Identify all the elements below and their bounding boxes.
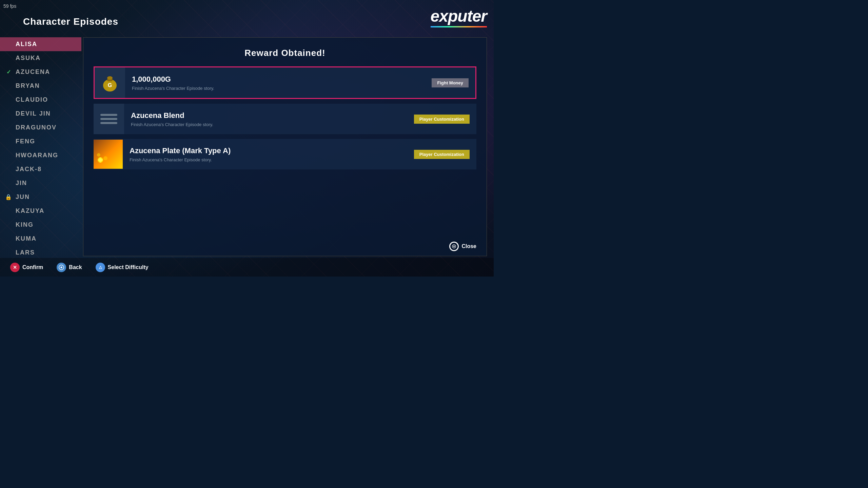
svg-point-18 xyxy=(61,266,62,268)
sidebar-label-jun: JUN xyxy=(16,194,30,201)
sidebar-label-feng: FENG xyxy=(16,138,35,145)
sidebar-label-claudio: CLAUDIO xyxy=(16,96,48,103)
sidebar-item-asuka[interactable]: ASUKA xyxy=(0,51,81,65)
back-button-icon xyxy=(57,263,66,272)
sidebar-item-alisa[interactable]: ALISA xyxy=(0,37,81,51)
logo-underline xyxy=(431,26,487,27)
reward-card-fight-money[interactable]: G 1,000,000G Finish Azucena's Character … xyxy=(94,66,476,99)
azucena-blend-name: Azucena Blend xyxy=(131,111,407,120)
sidebar-label-asuka: ASUKA xyxy=(16,55,41,62)
sidebar-item-king[interactable]: KING xyxy=(0,218,81,232)
sidebar-label-devil-jin: DEVIL JIN xyxy=(16,110,51,117)
confirm-button-icon: ✕ xyxy=(10,263,20,272)
close-button[interactable]: Close xyxy=(449,242,476,251)
sidebar-item-azucena[interactable]: ✓ AZUCENA xyxy=(0,65,81,79)
azucena-plate-name: Azucena Plate (Mark Type A) xyxy=(130,146,407,155)
azucena-blend-badge[interactable]: Player Customization xyxy=(414,115,470,124)
fight-money-name: 1,000,000G xyxy=(132,75,425,84)
page-title: Character Episodes xyxy=(23,16,118,27)
reward-title: Reward Obtained! xyxy=(94,48,476,58)
reward-card-azucena-plate[interactable]: Azucena Plate (Mark Type A) Finish Azuce… xyxy=(94,139,476,169)
close-label: Close xyxy=(461,243,476,249)
sidebar-item-dragunov[interactable]: DRAGUNOV xyxy=(0,121,81,135)
sidebar-label-king: KING xyxy=(16,221,34,228)
svg-point-2 xyxy=(107,76,113,80)
exputer-logo: exputer xyxy=(431,7,487,27)
confirm-label: Confirm xyxy=(22,264,43,270)
bottom-bar: ✕ Confirm Back △ Select Difficulty xyxy=(0,258,494,277)
confirm-action[interactable]: ✕ Confirm xyxy=(10,263,43,272)
close-circle-icon xyxy=(449,242,459,251)
fps-counter: 59 fps xyxy=(3,3,16,9)
select-difficulty-action[interactable]: △ Select Difficulty xyxy=(96,263,149,272)
svg-rect-8 xyxy=(100,122,117,124)
svg-rect-6 xyxy=(100,114,117,116)
svg-point-16 xyxy=(453,246,455,247)
character-sidebar: ALISA ASUKA ✓ AZUCENA BRYAN CLAUDIO DEVI… xyxy=(0,37,81,256)
select-difficulty-label: Select Difficulty xyxy=(108,264,149,270)
sidebar-item-jun[interactable]: 🔒 JUN xyxy=(0,190,81,204)
fight-money-badge[interactable]: Fight Money xyxy=(432,78,469,87)
lock-icon-jun: 🔒 xyxy=(5,194,12,200)
azucena-blend-content: Azucena Blend Finish Azucena's Character… xyxy=(124,107,414,131)
sidebar-item-kazuya[interactable]: KAZUYA xyxy=(0,204,81,218)
sidebar-item-claudio[interactable]: CLAUDIO xyxy=(0,93,81,107)
azucena-plate-content: Azucena Plate (Mark Type A) Finish Azuce… xyxy=(123,142,414,166)
money-bag-icon: G xyxy=(95,67,125,98)
main-panel: Reward Obtained! G 1,000,000G Finish Azu… xyxy=(83,37,487,256)
sidebar-label-lars: LARS xyxy=(16,249,35,256)
sidebar-label-kuma: KUMA xyxy=(16,235,37,242)
sidebar-item-bryan[interactable]: BRYAN xyxy=(0,79,81,93)
check-icon-azucena: ✓ xyxy=(5,69,12,75)
svg-point-12 xyxy=(97,153,100,157)
sidebar-label-jack-8: JACK-8 xyxy=(16,166,42,173)
sidebar-label-alisa: ALISA xyxy=(16,41,37,48)
fight-money-content: 1,000,000G Finish Azucena's Character Ep… xyxy=(125,71,432,95)
fight-money-desc: Finish Azucena's Character Episode story… xyxy=(132,86,425,91)
sidebar-item-lars[interactable]: LARS xyxy=(0,246,81,256)
back-action[interactable]: Back xyxy=(57,263,82,272)
sidebar-item-jin[interactable]: JIN xyxy=(0,176,81,190)
sidebar-label-dragunov: DRAGUNOV xyxy=(16,124,57,131)
blend-icon xyxy=(94,104,124,134)
sidebar-label-jin: JIN xyxy=(16,180,27,187)
reward-card-azucena-blend[interactable]: Azucena Blend Finish Azucena's Character… xyxy=(94,104,476,134)
azucena-plate-desc: Finish Azucena's Character Episode story… xyxy=(130,157,407,162)
plate-icon xyxy=(94,140,123,169)
sidebar-label-kazuya: KAZUYA xyxy=(16,207,44,215)
sidebar-label-hwoarang: HWOARANG xyxy=(16,152,58,159)
svg-text:G: G xyxy=(108,82,112,88)
sidebar-item-jack-8[interactable]: JACK-8 xyxy=(0,162,81,176)
svg-point-14 xyxy=(98,159,103,161)
azucena-plate-badge[interactable]: Player Customization xyxy=(414,150,470,159)
select-difficulty-icon: △ xyxy=(96,263,105,272)
back-label: Back xyxy=(69,264,82,270)
svg-point-11 xyxy=(103,156,107,160)
svg-rect-7 xyxy=(100,118,117,120)
sidebar-item-feng[interactable]: FENG xyxy=(0,135,81,148)
sidebar-label-azucena: AZUCENA xyxy=(16,68,50,76)
sidebar-item-kuma[interactable]: KUMA xyxy=(0,232,81,246)
sidebar-item-devil-jin[interactable]: DEVIL JIN xyxy=(0,107,81,121)
azucena-blend-desc: Finish Azucena's Character Episode story… xyxy=(131,122,407,127)
sidebar-label-bryan: BRYAN xyxy=(16,82,40,89)
sidebar-item-hwoarang[interactable]: HWOARANG xyxy=(0,148,81,162)
